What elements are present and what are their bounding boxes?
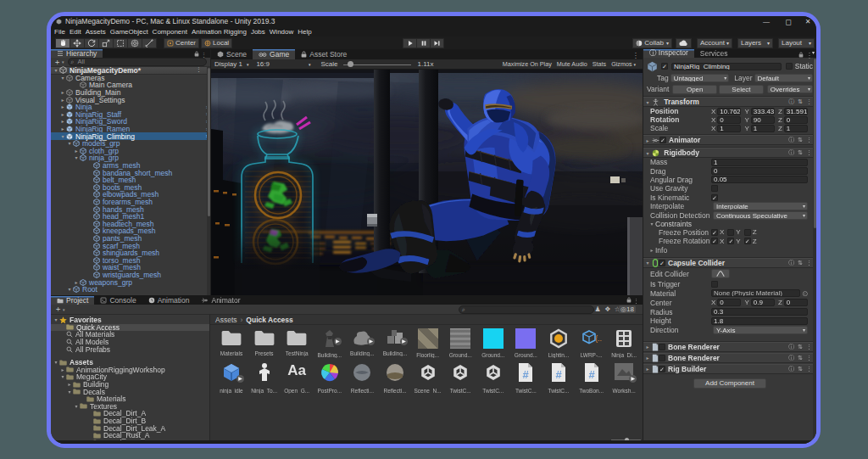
svg-text:#: # <box>523 368 530 381</box>
svg-text:{..}: {..} <box>595 334 602 343</box>
svg-text:#: # <box>588 368 595 381</box>
svg-text:#: # <box>555 368 562 381</box>
